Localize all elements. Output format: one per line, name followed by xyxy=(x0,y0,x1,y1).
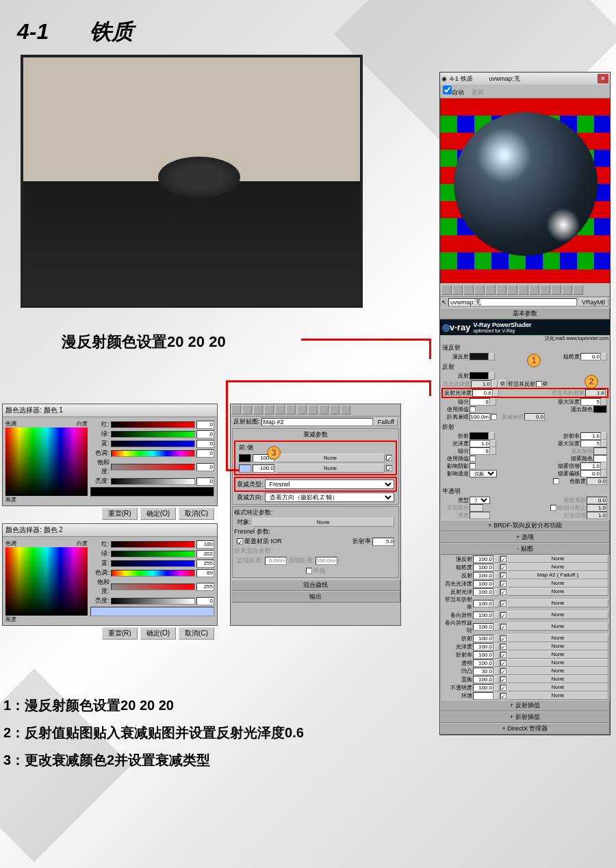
map-checkbox[interactable]: ✓ xyxy=(500,652,506,658)
tool-icon[interactable] xyxy=(529,285,539,295)
ok-button[interactable]: 确定(O) xyxy=(140,627,176,640)
maps-header[interactable]: - 贴图 xyxy=(440,543,610,555)
hue-slider[interactable] xyxy=(111,570,195,577)
checkbox[interactable]: ✓ xyxy=(386,465,392,471)
directx-header[interactable]: + DirectX 管理器 xyxy=(440,723,610,735)
affect-shadow-checkbox[interactable] xyxy=(470,463,476,469)
map-amount[interactable]: 100.0 xyxy=(473,651,493,659)
brdf-header[interactable]: + BRDF-双向反射分布功能 xyxy=(440,520,610,531)
interp-checkbox[interactable] xyxy=(470,406,476,412)
tool-icon[interactable] xyxy=(319,405,329,415)
map-slot-button[interactable]: None xyxy=(507,692,608,700)
map-checkbox[interactable]: ✓ xyxy=(500,668,506,674)
tool-icon[interactable] xyxy=(286,405,296,415)
output-header[interactable]: 输出 xyxy=(231,591,400,603)
map-slot-button[interactable]: None xyxy=(507,675,608,683)
map-slot-button[interactable]: None xyxy=(507,659,608,667)
sat-value[interactable]: 255 xyxy=(196,583,214,591)
exit-color[interactable] xyxy=(593,406,607,413)
map-type-button[interactable]: Falloff xyxy=(374,418,398,426)
spinner[interactable] xyxy=(494,635,500,642)
spinner[interactable] xyxy=(494,600,500,607)
map-slot-button[interactable]: None xyxy=(507,683,608,692)
spinner[interactable] xyxy=(494,572,500,579)
map-name-field[interactable]: Map #2 xyxy=(261,418,373,426)
refr-interp-header[interactable]: + 折射插值 xyxy=(440,711,610,723)
mix-curve-header[interactable]: 混合曲线 xyxy=(231,579,400,591)
val-value[interactable]: 0 xyxy=(196,477,214,486)
map-slot-button[interactable]: None xyxy=(507,555,608,563)
ok-button[interactable]: 确定(O) xyxy=(140,508,176,520)
map-slot-button[interactable]: None xyxy=(507,563,608,571)
red-value[interactable]: 180 xyxy=(196,540,214,549)
lock-button[interactable]: 锁 xyxy=(498,380,507,388)
spinner[interactable] xyxy=(494,564,500,571)
map-amount[interactable]: 100.0 xyxy=(473,600,493,607)
weight-2[interactable]: 100.0 xyxy=(253,464,274,473)
tool-icon[interactable] xyxy=(441,285,452,295)
options-header[interactable]: + 选项 xyxy=(440,531,610,543)
refl-interp-header[interactable]: + 反射插值 xyxy=(440,700,610,711)
map-amount[interactable]: 100.0 xyxy=(473,572,493,579)
refract-swatch[interactable] xyxy=(470,432,489,440)
hue-value[interactable]: 89 xyxy=(196,569,214,577)
tool-icon[interactable] xyxy=(540,285,550,295)
map-checkbox[interactable]: ✓ xyxy=(500,564,506,570)
map-amount[interactable]: 100.0 xyxy=(473,623,493,631)
tool-icon[interactable] xyxy=(551,285,561,295)
map-checkbox[interactable]: ✓ xyxy=(500,573,506,579)
map-slot-button[interactable]: None xyxy=(507,579,608,588)
spinner[interactable] xyxy=(494,580,500,588)
tool-icon[interactable] xyxy=(562,285,572,295)
val-value[interactable]: 0 xyxy=(196,597,214,605)
material-preview[interactable] xyxy=(440,98,610,283)
spinner[interactable] xyxy=(494,555,500,563)
map-amount[interactable]: 100.0 xyxy=(473,580,493,588)
val-slider[interactable] xyxy=(111,598,195,605)
blue-value[interactable]: 255 xyxy=(196,560,214,568)
spinner[interactable] xyxy=(494,684,500,692)
menubar[interactable]: 自动 更新 xyxy=(440,85,610,98)
tool-icon[interactable] xyxy=(242,405,252,415)
sat-value[interactable]: 0 xyxy=(196,463,214,471)
falloff-dir-select[interactable]: 查看方向（摄影机 Z 轴） xyxy=(265,492,394,502)
window-titlebar[interactable]: ◉ 4-1 铁质 uvwmap:无 ✕ xyxy=(440,73,610,85)
spinner[interactable] xyxy=(494,659,500,667)
close-icon[interactable]: ✕ xyxy=(598,74,608,83)
map-amount[interactable]: 100.0 xyxy=(473,611,493,619)
map-checkbox[interactable]: ✓ xyxy=(500,624,506,630)
green-slider[interactable] xyxy=(111,431,195,438)
red-value[interactable]: 0 xyxy=(196,421,214,429)
map-amount[interactable]: 100.0 xyxy=(473,643,493,650)
tool-icon[interactable] xyxy=(275,405,285,415)
refr-gloss[interactable]: 1.0 xyxy=(470,440,490,447)
tool-icon[interactable] xyxy=(297,405,307,415)
reflect-swatch[interactable] xyxy=(470,372,489,380)
map-amount[interactable]: 100.0 xyxy=(473,555,493,563)
translucency-type[interactable]: 无 xyxy=(470,497,490,504)
dim-dist[interactable]: 100.0m xyxy=(470,413,490,421)
spinner[interactable] xyxy=(494,588,500,596)
ior-value[interactable]: 5.0 xyxy=(372,538,394,546)
map-amount[interactable]: 100.0 xyxy=(473,564,493,571)
material-name-field[interactable] xyxy=(448,298,577,306)
tool-icon[interactable] xyxy=(452,285,463,295)
spinner[interactable] xyxy=(494,692,500,700)
material-type-button[interactable]: VRayMtl xyxy=(578,298,608,306)
tool-icon[interactable] xyxy=(264,405,274,415)
cancel-button[interactable]: 取消(C) xyxy=(179,627,214,640)
fog-color[interactable] xyxy=(593,455,607,462)
map-slot-button[interactable]: None xyxy=(507,634,608,642)
fog-mult[interactable]: 1.0 xyxy=(580,462,601,470)
map-checkbox[interactable]: ✓ xyxy=(500,581,506,587)
subdiv-value[interactable]: 8 xyxy=(470,398,490,406)
map-checkbox[interactable]: ✓ xyxy=(500,556,506,562)
map-slot-button[interactable]: None xyxy=(507,622,608,631)
tool-icon[interactable] xyxy=(463,285,474,295)
blue-slider[interactable] xyxy=(111,440,195,447)
spinner[interactable] xyxy=(494,676,500,683)
map-slot-1[interactable]: None xyxy=(276,453,385,462)
map-amount[interactable]: 100.0 xyxy=(473,659,493,667)
sat-slider[interactable] xyxy=(111,464,195,471)
eyedropper-icon[interactable]: ↖ xyxy=(441,299,447,306)
